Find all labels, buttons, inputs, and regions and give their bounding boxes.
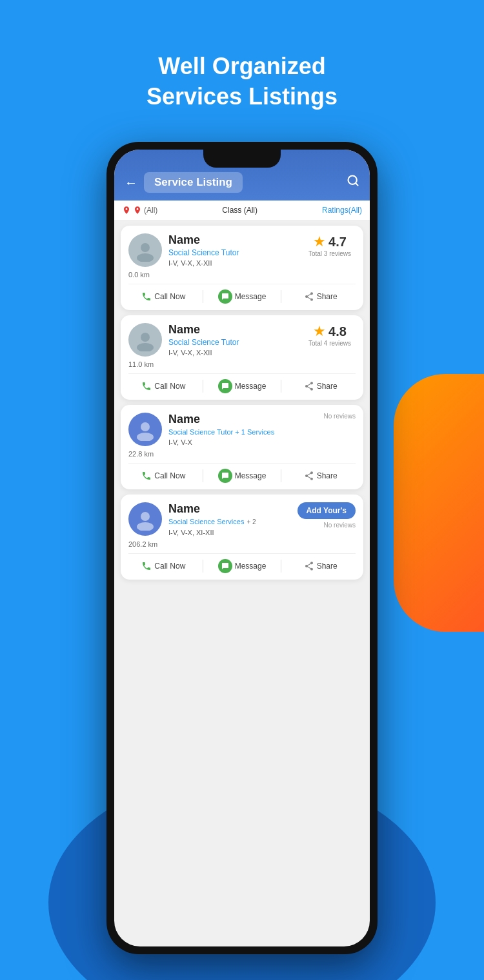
- filter-ratings[interactable]: Ratings(All): [322, 206, 362, 215]
- card-distance-2: 11.0 km: [128, 360, 356, 368]
- rating-total-2: Total 4 reviews: [308, 340, 351, 347]
- card-actions-2: Call Now Message Share: [128, 373, 356, 393]
- message-label-3: Message: [235, 471, 267, 480]
- rating-number-2: 4.8: [328, 324, 347, 339]
- svg-point-7: [137, 433, 154, 441]
- message-label-4: Message: [235, 562, 267, 571]
- message-button-4[interactable]: Message: [207, 559, 277, 573]
- listing-content: Name Social Science Tutor I-V, V-X, X-XI…: [114, 220, 370, 585]
- call-button-1[interactable]: Call Now: [128, 291, 199, 302]
- share-label-2: Share: [317, 382, 338, 391]
- service-card-3: Name Social Science Tutor + 1 Services I…: [121, 405, 363, 489]
- share-label-3: Share: [317, 471, 338, 480]
- avatar-4: [128, 502, 162, 536]
- divider-4b: [281, 560, 281, 573]
- star-icon-1: ★: [313, 233, 326, 250]
- svg-point-4: [141, 333, 150, 342]
- card-name-4: Name: [168, 502, 291, 516]
- filter-location[interactable]: (All): [122, 206, 157, 215]
- call-button-4[interactable]: Call Now: [128, 561, 199, 571]
- card-subtitle-2: Social Science Tutor: [168, 338, 297, 347]
- phone-frame: ← Service Listing (All) Class (All) Rati: [106, 142, 378, 954]
- card-info-2: Name Social Science Tutor I-V, V-X, X-XI…: [168, 323, 297, 357]
- card-distance-3: 22.8 km: [128, 450, 356, 458]
- card-info-4: Name Social Science Services + 2 I-V, V-…: [168, 502, 291, 536]
- card-grades-1: I-V, V-X, X-XII: [168, 259, 297, 267]
- share-button-4[interactable]: Share: [285, 561, 356, 571]
- card-actions-4: Call Now Message Share: [128, 553, 356, 573]
- divider-4a: [203, 560, 203, 573]
- filter-class-label: Class: [222, 206, 241, 215]
- call-label-1: Call Now: [154, 292, 185, 301]
- divider-3a: [203, 469, 203, 482]
- divider-3b: [281, 469, 281, 482]
- message-button-3[interactable]: Message: [207, 469, 277, 483]
- svg-point-8: [141, 512, 150, 521]
- service-card-4: Name Social Science Services + 2 I-V, V-…: [121, 495, 363, 579]
- message-label-1: Message: [235, 292, 267, 301]
- divider-1a: [203, 290, 203, 303]
- no-reviews-label-4: No reviews: [324, 522, 356, 529]
- card-rating-1: ★ 4.7 Total 3 reviews: [304, 233, 356, 257]
- card-grades-4: I-V, V-X, XI-XII: [168, 529, 291, 536]
- service-card-2: Name Social Science Tutor I-V, V-X, X-XI…: [121, 315, 363, 400]
- svg-point-3: [137, 253, 154, 262]
- card-actions-3: Call Now Message Share: [128, 463, 356, 483]
- avatar-2: [128, 323, 162, 357]
- phone-screen: ← Service Listing (All) Class (All) Rati: [114, 150, 370, 946]
- card-rating-2: ★ 4.8 Total 4 reviews: [304, 323, 356, 347]
- share-label-4: Share: [317, 562, 338, 571]
- divider-1b: [281, 290, 281, 303]
- call-label-3: Call Now: [154, 471, 185, 480]
- share-button-1[interactable]: Share: [285, 291, 356, 302]
- back-button[interactable]: ←: [125, 175, 137, 190]
- star-icon-2: ★: [313, 323, 326, 340]
- filter-row: (All) Class (All) Ratings(All): [114, 201, 370, 220]
- card-no-review-3: No reviews: [304, 413, 356, 420]
- svg-line-1: [356, 183, 358, 186]
- search-icon[interactable]: [347, 174, 359, 190]
- card-name-2: Name: [168, 323, 297, 337]
- card-subtitle-1: Social Science Tutor: [168, 248, 297, 257]
- card-name-1: Name: [168, 233, 297, 247]
- rating-total-1: Total 3 reviews: [308, 250, 351, 257]
- card-subtitle-4: Social Science Services: [168, 517, 244, 526]
- phone-notch: [203, 150, 281, 168]
- call-button-3[interactable]: Call Now: [128, 471, 199, 481]
- svg-point-5: [137, 343, 154, 351]
- filter-class[interactable]: Class (All): [163, 206, 317, 215]
- message-button-2[interactable]: Message: [207, 379, 277, 393]
- header-title-box: Service Listing: [144, 172, 243, 193]
- no-reviews-label-3: No reviews: [324, 413, 356, 420]
- card-distance-1: 0.0 km: [128, 271, 356, 279]
- call-label-2: Call Now: [154, 382, 185, 391]
- card-name-3: Name: [168, 413, 297, 426]
- page-header-title: Well Organized Services Listings: [0, 52, 484, 112]
- card-grades-2: I-V, V-X, X-XII: [168, 349, 297, 357]
- card-info-3: Name Social Science Tutor + 1 Services I…: [168, 413, 297, 446]
- svg-point-6: [141, 422, 150, 431]
- avatar-1: [128, 233, 162, 267]
- message-label-2: Message: [235, 382, 267, 391]
- divider-2b: [281, 380, 281, 393]
- card-rating-4: Add Your's No reviews: [297, 502, 356, 529]
- plus-badge-4: + 2: [247, 518, 256, 525]
- avatar-3: [128, 413, 162, 446]
- card-actions-1: Call Now Message Share: [128, 284, 356, 304]
- share-button-3[interactable]: Share: [285, 471, 356, 481]
- call-button-2[interactable]: Call Now: [128, 381, 199, 391]
- card-distance-4: 206.2 km: [128, 540, 356, 548]
- svg-point-2: [141, 243, 150, 252]
- rating-number-1: 4.7: [328, 235, 347, 250]
- share-label-1: Share: [317, 292, 338, 301]
- card-grades-3: I-V, V-X: [168, 438, 297, 446]
- card-subtitle-3: Social Science Tutor + 1 Services: [168, 427, 297, 436]
- filter-location-label: (All): [144, 206, 157, 215]
- card-info-1: Name Social Science Tutor I-V, V-X, X-XI…: [168, 233, 297, 267]
- message-button-1[interactable]: Message: [207, 289, 277, 304]
- divider-2a: [203, 380, 203, 393]
- share-button-2[interactable]: Share: [285, 381, 356, 391]
- add-yours-button[interactable]: Add Your's: [297, 502, 356, 519]
- orange-wave-decoration: [394, 374, 484, 632]
- screen-title: Service Listing: [154, 176, 232, 188]
